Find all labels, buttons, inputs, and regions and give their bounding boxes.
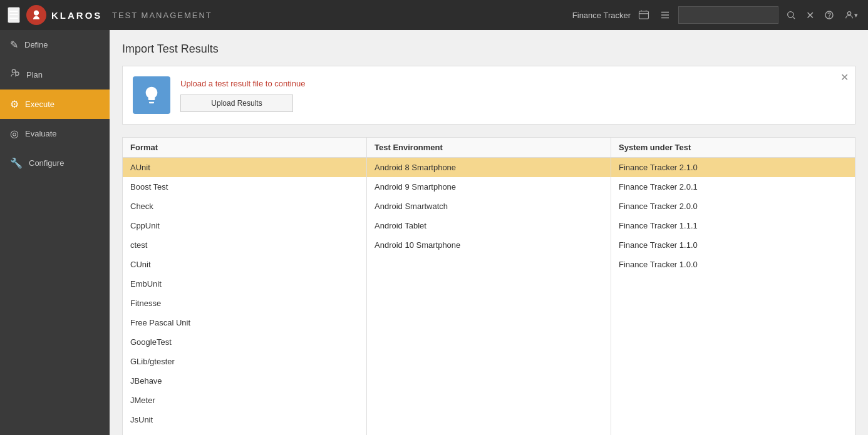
hamburger-button[interactable]: ☰ [8, 7, 20, 23]
format-list-item[interactable]: GoogleTest [123, 332, 366, 352]
format-list-item[interactable]: GLib/gtester [123, 352, 366, 371]
svg-point-6 [12, 69, 15, 73]
sidebar-item-evaluate-label: Evaluate [25, 129, 57, 138]
help-button[interactable] [822, 8, 837, 23]
upload-banner-close-button[interactable]: ✕ [840, 71, 849, 83]
sidebar-item-execute[interactable]: ⚙ Execute [0, 90, 110, 119]
sidebar-item-configure-label: Configure [29, 158, 64, 168]
brand-name: KLAROS [51, 10, 102, 21]
system-list-item[interactable]: Finance Tracker 1.1.0 [611, 235, 855, 255]
system-column-header: System under Test [611, 138, 855, 158]
format-list-item[interactable]: Boost Test [123, 177, 366, 197]
system-list-item[interactable]: Finance Tracker 2.0.0 [611, 197, 855, 216]
svg-point-5 [847, 12, 850, 15]
format-column-header: Format [123, 138, 366, 158]
format-list-item[interactable]: Fitnesse [123, 294, 366, 313]
app-body: ✎ Define Plan ⚙ Execute ◎ Evaluate 🔧 Con… [0, 30, 868, 435]
environment-list-item[interactable]: Android Tablet [367, 216, 611, 235]
format-list: AUnitBoost TestCheckCppUnitctestCUnitEmb… [123, 158, 366, 435]
format-list-item[interactable]: Jubula/GUIDancer [123, 429, 366, 435]
system-list-item[interactable]: Finance Tracker 2.0.1 [611, 177, 855, 197]
upload-results-button[interactable]: Upload Results [180, 95, 293, 112]
sidebar-item-evaluate[interactable]: ◎ Evaluate [0, 119, 110, 148]
project-name: Finance Tracker [572, 11, 631, 20]
svg-point-0 [34, 11, 39, 16]
configure-icon: 🔧 [10, 157, 23, 169]
format-list-item[interactable]: CUnit [123, 255, 366, 274]
sidebar-item-plan-label: Plan [26, 70, 43, 79]
system-list-item[interactable]: Finance Tracker 1.0.0 [611, 255, 855, 274]
format-list-item[interactable]: JMeter [123, 391, 366, 410]
sidebar-item-define[interactable]: ✎ Define [0, 30, 110, 59]
upload-banner-content: Upload a test result file to continue Up… [180, 79, 305, 112]
format-list-item[interactable]: EmbUnit [123, 274, 366, 294]
environment-list: Android 8 SmartphoneAndroid 9 Smartphone… [367, 158, 611, 435]
format-list-item[interactable]: Check [123, 197, 366, 216]
sidebar: ✎ Define Plan ⚙ Execute ◎ Evaluate 🔧 Con… [0, 30, 110, 435]
logo-icon [26, 5, 46, 25]
sidebar-item-execute-label: Execute [25, 100, 54, 109]
sidebar-item-define-label: Define [24, 40, 48, 49]
columns-area: Format AUnitBoost TestCheckCppUnitctestC… [122, 137, 855, 435]
environment-list-item[interactable]: Android Smartwatch [367, 197, 611, 216]
project-icon-btn[interactable] [636, 7, 652, 23]
environment-column: Test Environment Android 8 SmartphoneAnd… [367, 138, 611, 435]
svg-point-2 [788, 12, 793, 18]
topnav: ☰ KLAROS TEST MANAGEMENT Finance Tracker… [0, 0, 868, 30]
environment-list-item[interactable]: Android 10 Smartphone [367, 235, 611, 255]
format-list-item[interactable]: JBehave [123, 371, 366, 391]
system-list-item[interactable]: Finance Tracker 1.1.1 [611, 216, 855, 235]
format-list-item[interactable]: JsUnit [123, 410, 366, 429]
brand-subtitle: TEST MANAGEMENT [112, 11, 212, 20]
system-column: System under Test Finance Tracker 2.1.0F… [611, 138, 855, 435]
format-list-item[interactable]: AUnit [123, 158, 366, 177]
user-menu-button[interactable]: ▾ [842, 8, 860, 23]
sidebar-item-plan[interactable]: Plan [0, 59, 110, 90]
system-list: Finance Tracker 2.1.0Finance Tracker 2.0… [611, 158, 855, 435]
search-button[interactable] [783, 8, 798, 23]
search-input[interactable] [678, 6, 778, 24]
define-icon: ✎ [10, 39, 18, 51]
svg-rect-1 [639, 11, 649, 19]
format-list-item[interactable]: CppUnit [123, 216, 366, 235]
system-list-item[interactable]: Finance Tracker 2.1.0 [611, 158, 855, 177]
topnav-right: Finance Tracker ✕ ▾ [572, 6, 860, 24]
list-icon-btn[interactable] [657, 7, 673, 23]
format-list-item[interactable]: ctest [123, 235, 366, 255]
page-title: Import Test Results [122, 43, 855, 56]
sidebar-item-configure[interactable]: 🔧 Configure [0, 148, 110, 178]
search-clear-button[interactable]: ✕ [803, 7, 817, 24]
environment-list-item[interactable]: Android 8 Smartphone [367, 158, 611, 177]
logo: KLAROS TEST MANAGEMENT [26, 5, 212, 25]
upload-banner-message: Upload a test result file to continue [180, 79, 305, 88]
format-column: Format AUnitBoost TestCheckCppUnitctestC… [123, 138, 367, 435]
upload-banner-icon [133, 76, 170, 114]
format-list-item[interactable]: Free Pascal Unit [123, 313, 366, 332]
environment-list-item[interactable]: Android 9 Smartphone [367, 177, 611, 197]
execute-icon: ⚙ [10, 98, 19, 110]
evaluate-icon: ◎ [10, 128, 19, 140]
upload-banner: Upload a test result file to continue Up… [122, 66, 855, 125]
svg-point-4 [829, 17, 830, 18]
environment-column-header: Test Environment [367, 138, 611, 158]
plan-icon [10, 68, 20, 81]
main-content: Import Test Results Upload a test result… [110, 30, 868, 435]
